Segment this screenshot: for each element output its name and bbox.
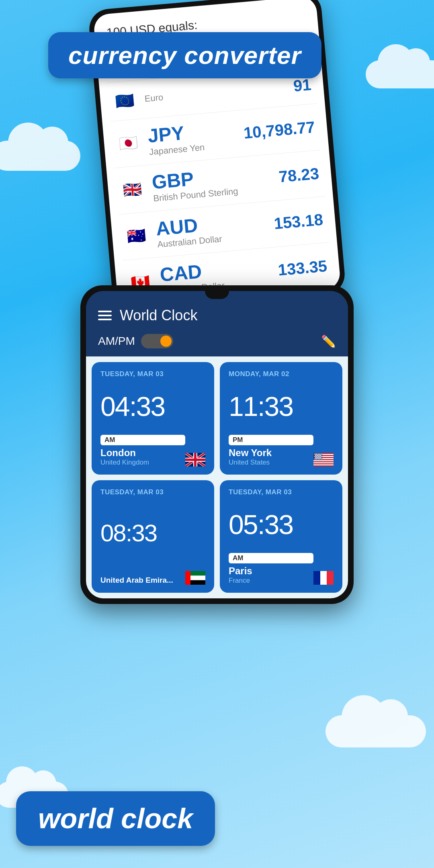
svg-point-12: [319, 454, 321, 455]
gbp-value: 78.23: [278, 164, 320, 186]
aud-value: 153.18: [273, 211, 324, 233]
newyork-ampm-badge: PM: [229, 435, 313, 445]
uae-date: TUESDAY, MAR 03: [100, 488, 205, 496]
london-flag-wrap: [185, 453, 205, 467]
svg-point-25: [319, 457, 320, 459]
svg-point-27: [315, 459, 316, 460]
paris-ampm-badge: AM: [229, 553, 313, 563]
uae-flag-icon: [185, 571, 205, 585]
svg-point-28: [316, 459, 317, 460]
clock-card-newyork[interactable]: MONDAY, MAR 02 11:33 PM New York United …: [220, 362, 342, 475]
svg-point-21: [319, 456, 321, 457]
france-flag-icon: [313, 571, 334, 585]
hamburger-menu-button[interactable]: [98, 311, 112, 320]
svg-point-22: [321, 456, 322, 457]
svg-point-11: [318, 454, 319, 455]
ampm-toggle-switch[interactable]: [141, 334, 173, 348]
london-city: London: [100, 447, 185, 459]
svg-point-23: [315, 457, 317, 459]
svg-rect-6: [313, 462, 334, 463]
wc-toolbar: AM/PM ✏️: [86, 330, 348, 356]
clock-grid: TUESDAY, MAR 03 04:33 AM London United K…: [86, 356, 348, 598]
london-ampm-badge: AM: [100, 435, 185, 445]
svg-point-24: [317, 457, 318, 459]
newyork-country: United States: [229, 459, 313, 467]
london-footer: AM London United Kingdom: [100, 435, 205, 467]
currency-converter-banner: currency converter: [48, 32, 321, 78]
uae-footer: United Arab Emira...: [100, 571, 205, 585]
svg-point-18: [315, 456, 316, 457]
london-country: United Kingdom: [100, 459, 185, 467]
clock-card-london[interactable]: TUESDAY, MAR 03 04:33 AM London United K…: [92, 362, 214, 475]
aud-flag: 🇦🇺: [123, 223, 149, 249]
cloud-decoration-2: [0, 141, 80, 171]
us-flag-icon: [313, 453, 334, 467]
svg-point-9: [315, 454, 316, 455]
world-clock-title: World Clock: [120, 307, 336, 324]
paris-time: 05:33: [229, 500, 334, 549]
newyork-city-wrap: PM New York United States: [229, 435, 313, 467]
eur-flag: 🇪🇺: [112, 88, 138, 114]
paris-footer: AM Paris France: [229, 553, 334, 585]
paris-country: France: [229, 577, 313, 585]
newyork-footer: PM New York United States: [229, 435, 334, 467]
eur-info: Euro: [144, 81, 294, 104]
uae-city-wrap: United Arab Emira...: [100, 576, 185, 585]
wc-header: World Clock: [86, 299, 348, 330]
svg-rect-38: [313, 571, 320, 585]
toggle-thumb: [160, 336, 172, 347]
newyork-flag-wrap: [313, 453, 334, 467]
hamburger-line-3: [98, 319, 112, 320]
svg-point-30: [319, 459, 321, 460]
svg-point-15: [317, 455, 318, 456]
svg-point-29: [318, 459, 319, 460]
uae-time: 08:33: [100, 500, 205, 567]
hamburger-line-2: [98, 315, 112, 316]
jpy-flag: 🇯🇵: [115, 130, 141, 156]
aud-info: AUD Australian Dollar: [155, 208, 275, 250]
svg-point-16: [319, 455, 320, 456]
jpy-info: JPY Japanese Yen: [147, 117, 245, 157]
world-clock-banner: world clock: [16, 791, 215, 846]
svg-rect-35: [185, 571, 190, 585]
svg-point-13: [321, 454, 322, 455]
ampm-toggle-group: AM/PM: [98, 334, 173, 348]
svg-point-14: [315, 455, 317, 456]
paris-flag-wrap: [313, 571, 334, 585]
gbp-flag: 🇬🇧: [119, 176, 145, 203]
edit-icon[interactable]: ✏️: [321, 334, 336, 348]
eur-name: Euro: [144, 81, 294, 104]
london-city-wrap: AM London United Kingdom: [100, 435, 185, 467]
world-clock-phone: World Clock AM/PM ✏️ TUESDAY, MAR 03 04:…: [80, 285, 354, 604]
jpy-value: 10,798.77: [243, 118, 315, 142]
newyork-date: MONDAY, MAR 02: [229, 370, 334, 378]
cloud-decoration-3: [326, 715, 426, 747]
uae-city: United Arab Emira...: [100, 576, 185, 585]
svg-point-26: [320, 457, 321, 459]
newyork-time: 11:33: [229, 381, 334, 431]
clock-card-uae[interactable]: TUESDAY, MAR 03 08:33 United Arab Emira.…: [92, 480, 214, 593]
svg-point-20: [318, 456, 319, 457]
paris-city: Paris: [229, 565, 313, 577]
uae-flag-wrap: [185, 571, 205, 585]
paris-date: TUESDAY, MAR 03: [229, 488, 334, 496]
phone-notch: [205, 291, 229, 299]
uk-flag-icon: [185, 453, 205, 467]
svg-point-17: [320, 455, 321, 456]
hamburger-line-1: [98, 311, 112, 312]
paris-city-wrap: AM Paris France: [229, 553, 313, 585]
clock-card-paris[interactable]: TUESDAY, MAR 03 05:33 AM Paris France: [220, 480, 342, 593]
svg-point-19: [316, 456, 317, 457]
london-date: TUESDAY, MAR 03: [100, 370, 205, 378]
svg-rect-5: [313, 460, 334, 461]
ampm-label: AM/PM: [98, 335, 135, 348]
svg-rect-7: [313, 465, 334, 466]
world-clock-banner-label: world clock: [38, 803, 193, 834]
gbp-info: GBP British Pound Sterling: [151, 161, 280, 204]
cad-value: 133.35: [277, 257, 328, 279]
world-clock-screen: World Clock AM/PM ✏️ TUESDAY, MAR 03 04:…: [86, 291, 348, 598]
london-time: 04:33: [100, 381, 205, 431]
currency-banner-label: currency converter: [68, 41, 301, 69]
newyork-city: New York: [229, 447, 313, 459]
svg-point-10: [316, 454, 317, 455]
